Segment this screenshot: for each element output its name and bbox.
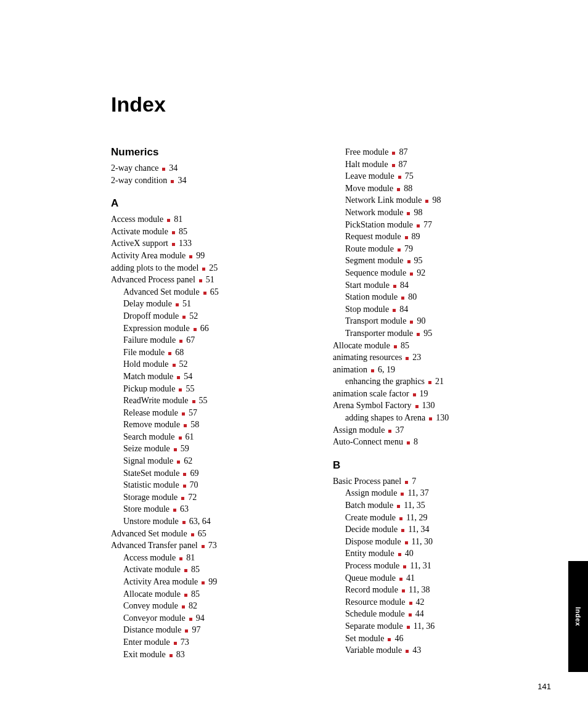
square-bullet-icon (417, 333, 420, 336)
index-pages: 77 (423, 219, 432, 231)
index-term: ActiveX support (111, 237, 168, 250)
index-entry: Storage module72 (111, 491, 311, 504)
index-entry: Process module11, 31 (333, 560, 533, 572)
index-pages: 88 (404, 182, 412, 195)
index-term: Allocate module (123, 588, 181, 600)
index-pages: 23 (412, 351, 421, 364)
square-bullet-icon (413, 393, 416, 396)
index-term: Remove module (123, 419, 180, 431)
index-term: Convey module (123, 600, 178, 612)
index-term: Halt module (345, 158, 388, 171)
index-pages: 11, 37 (407, 487, 428, 499)
index-entry: Dropoff module52 (111, 310, 311, 322)
square-bullet-icon (184, 569, 187, 572)
index-entry: Activity Area module99 (111, 250, 311, 262)
square-bullet-icon (183, 473, 186, 476)
index-term: adding plots to the model (111, 262, 198, 274)
index-term: Access module (111, 213, 163, 226)
index-entry: Failure module67 (111, 334, 311, 346)
index-entry: Request module89 (333, 231, 533, 243)
square-bullet-icon (194, 328, 197, 331)
square-bullet-icon (393, 309, 396, 312)
index-entry: Advanced Set module65 (111, 286, 311, 298)
index-pages: 37 (395, 424, 404, 436)
index-pages: 51 (206, 274, 214, 286)
index-entry: Transport module90 (333, 315, 533, 327)
index-pages: 72 (188, 491, 197, 504)
square-bullet-icon (388, 430, 391, 433)
index-pages: 34 (178, 174, 186, 187)
index-pages: 8 (414, 436, 418, 448)
index-pages: 55 (186, 383, 194, 395)
index-entry: adding plots to the model25 (111, 262, 311, 274)
index-term: Activate module (123, 563, 181, 576)
index-pages: 34 (169, 162, 178, 174)
index-term: Hold module (123, 358, 169, 371)
index-entry: animation scale factor19 (333, 388, 533, 400)
index-entry: StateSet module69 (111, 467, 311, 480)
index-entry: Remove module58 (111, 419, 311, 431)
square-bullet-icon (191, 533, 194, 536)
index-entry: PickStation module77 (333, 219, 533, 231)
index-entry: ReadWrite module55 (111, 395, 311, 407)
page: Index Numerics2-way chance342-way condit… (0, 0, 588, 717)
square-bullet-icon (402, 589, 405, 592)
side-tab: Index (568, 561, 588, 672)
square-bullet-icon (173, 364, 176, 367)
index-pages: 69 (190, 467, 198, 480)
index-pages: 66 (200, 322, 209, 335)
index-entry: Resource module42 (333, 596, 533, 608)
square-bullet-icon (189, 255, 192, 258)
index-term: Entity module (345, 547, 394, 560)
index-term: Station module (345, 291, 398, 303)
index-term: Arena Symbol Factory (333, 399, 412, 412)
index-entry: adding shapes to Arena130 (333, 412, 533, 424)
index-entry: Delay module51 (111, 298, 311, 310)
index-term: Advanced Set module (123, 286, 200, 298)
index-term: Network Link module (345, 194, 422, 207)
square-bullet-icon (183, 485, 186, 488)
index-pages: 84 (399, 303, 408, 316)
index-term: Allocate module (333, 340, 390, 352)
index-term: adding shapes to Arena (345, 412, 425, 424)
index-entry: Entity module40 (333, 547, 533, 560)
index-term: Expression module (123, 322, 190, 335)
index-pages: 7 (412, 475, 416, 488)
index-entry: Variable module43 (333, 644, 533, 657)
index-term: Access module (123, 552, 176, 564)
square-bullet-icon (406, 650, 409, 653)
square-bullet-icon (167, 219, 170, 222)
index-entry: Convey module82 (111, 600, 311, 612)
square-bullet-icon (410, 272, 413, 276)
index-term: Release module (123, 407, 178, 419)
index-entry: Network module98 (333, 207, 533, 219)
index-entry: Assign module37 (333, 424, 533, 436)
index-term: animation scale factor (333, 388, 409, 400)
index-pages: 41 (406, 572, 415, 584)
index-term: Assign module (345, 487, 397, 499)
index-term: animation (333, 364, 367, 376)
index-pages: 81 (174, 213, 182, 226)
index-entry: Match module54 (111, 371, 311, 383)
index-pages: 130 (422, 399, 435, 412)
index-entry: Schedule module44 (333, 608, 533, 620)
index-term: StateSet module (123, 467, 179, 480)
index-term: Leave module (345, 170, 394, 182)
square-bullet-icon (168, 352, 171, 355)
index-pages: 11, 30 (412, 536, 433, 548)
index-entry: Hold module52 (111, 358, 311, 371)
index-entry: Distance module97 (111, 624, 311, 636)
index-entry: Signal module62 (111, 455, 311, 467)
square-bullet-icon (397, 505, 400, 508)
index-entry: Unstore module63, 64 (111, 515, 311, 528)
index-term: Advanced Set module (111, 528, 187, 540)
index-term: Conveyor module (123, 612, 186, 625)
index-term: ReadWrite module (123, 395, 189, 407)
index-entry: Separate module11, 36 (333, 620, 533, 633)
index-pages: 95 (423, 327, 432, 340)
index-term: Unstore module (123, 515, 179, 528)
index-pages: 44 (415, 608, 424, 620)
index-entry: Exit module83 (111, 649, 311, 661)
square-bullet-icon (399, 578, 402, 581)
square-bullet-icon (185, 629, 188, 633)
